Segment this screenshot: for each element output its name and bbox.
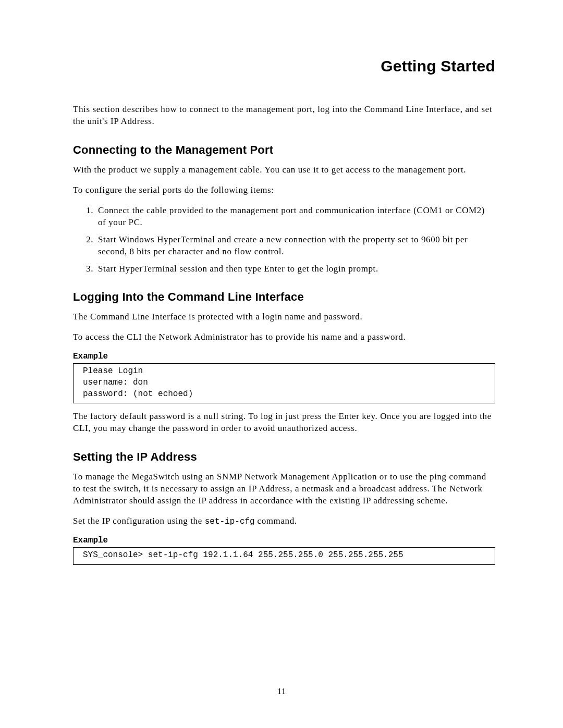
section-heading-connecting: Connecting to the Management Port — [73, 143, 495, 157]
code-example-login: Please Login username: don password: (no… — [73, 363, 495, 403]
sec2-p2: To access the CLI the Network Administra… — [73, 331, 495, 343]
intro-paragraph: This section describes how to connect to… — [73, 104, 495, 128]
inline-code-setipcfg: set-ip-cfg — [205, 517, 255, 526]
step-item: Start HyperTerminal session and then typ… — [96, 263, 495, 275]
sec2-p1: The Command Line Interface is protected … — [73, 311, 495, 323]
section-heading-ip: Setting the IP Address — [73, 450, 495, 464]
sec1-p1: With the product we supply a management … — [73, 164, 495, 176]
sec3-p1: To manage the MegaSwitch using an SNMP N… — [73, 471, 495, 507]
step-item: Start Windows HyperTerminal and create a… — [96, 234, 495, 258]
chapter-title: Getting Started — [73, 57, 495, 75]
example-label: Example — [73, 536, 495, 545]
section-heading-logging: Logging Into the Command Line Interface — [73, 290, 495, 304]
step-item: Connect the cable provided to the manage… — [96, 205, 495, 229]
document-page: Getting Started This section describes h… — [0, 0, 563, 728]
page-number: 11 — [0, 686, 563, 697]
sec3-p2-suffix: command. — [255, 516, 297, 526]
sec2-p3: The factory default password is a null s… — [73, 411, 495, 435]
code-example-setipcfg: SYS_console> set-ip-cfg 192.1.1.64 255.2… — [73, 547, 495, 565]
sec1-steps: Connect the cable provided to the manage… — [73, 205, 495, 275]
sec3-p2-prefix: Set the IP configuration using the — [73, 516, 205, 526]
example-label: Example — [73, 352, 495, 361]
sec1-p2: To configure the serial ports do the fol… — [73, 184, 495, 196]
sec3-p2: Set the IP configuration using the set-i… — [73, 515, 495, 528]
